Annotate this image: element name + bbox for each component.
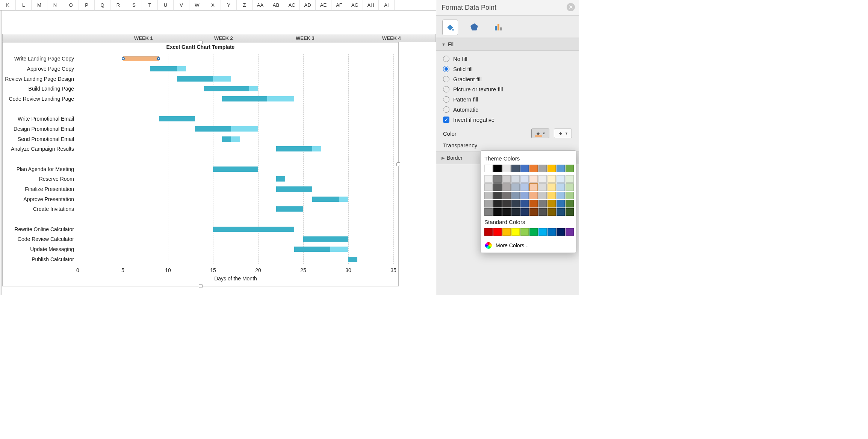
column-header[interactable]: R <box>110 0 126 10</box>
x-axis-title[interactable]: Days of the Month <box>78 276 393 282</box>
gantt-bar[interactable] <box>177 76 231 82</box>
color-swatch[interactable] <box>493 175 502 183</box>
color-swatch[interactable] <box>520 228 529 236</box>
task-label[interactable]: Create Invitations <box>3 206 74 212</box>
color-swatch[interactable] <box>547 192 556 199</box>
gradient-fill-option[interactable]: Gradient fill <box>443 74 572 84</box>
color-swatch[interactable] <box>529 200 538 207</box>
color-swatch[interactable] <box>566 183 574 191</box>
task-label[interactable]: Write Landing Page Copy <box>3 56 74 62</box>
color-swatch[interactable] <box>484 165 493 172</box>
column-header[interactable]: AC <box>284 0 300 10</box>
panel-close-button[interactable]: ✕ <box>567 3 575 11</box>
color-swatch[interactable] <box>529 192 538 199</box>
task-label[interactable]: Rewrite Online Calculator <box>3 226 74 232</box>
color-swatch[interactable] <box>566 228 574 236</box>
color-swatch[interactable] <box>556 228 565 236</box>
color-swatch[interactable] <box>547 208 556 216</box>
gantt-bar[interactable] <box>159 116 195 121</box>
color-swatch[interactable] <box>502 200 511 207</box>
column-header[interactable]: P <box>79 0 95 10</box>
task-label[interactable]: Build Landing Page <box>3 86 74 92</box>
column-header[interactable]: M <box>32 0 47 10</box>
column-header[interactable]: S <box>126 0 142 10</box>
color-swatch[interactable] <box>502 228 511 236</box>
color-swatch[interactable] <box>502 165 511 172</box>
fill-and-line-tab[interactable] <box>442 20 458 35</box>
color-swatch[interactable] <box>484 192 493 199</box>
color-swatch[interactable] <box>493 228 502 236</box>
task-label[interactable]: Approve Page Copy <box>3 66 74 72</box>
column-header[interactable]: AB <box>268 0 284 10</box>
color-swatch[interactable] <box>529 175 538 183</box>
gantt-bar[interactable] <box>195 126 258 132</box>
gantt-bar[interactable] <box>312 197 348 202</box>
column-header[interactable]: AG <box>347 0 363 10</box>
color-swatch[interactable] <box>520 183 529 191</box>
more-colors-button[interactable]: More Colors... <box>484 239 572 250</box>
chart-plot-area[interactable]: Days of the Month 05101520253035Write La… <box>78 54 393 264</box>
task-label[interactable]: Plan Agenda for Meeting <box>3 166 74 172</box>
color-swatch[interactable] <box>511 192 520 199</box>
color-swatch[interactable] <box>502 183 511 191</box>
chart-title[interactable]: Excel Gantt Chart Template <box>3 44 398 50</box>
gantt-bar[interactable] <box>276 146 321 151</box>
color-swatch[interactable] <box>556 183 565 191</box>
color-swatch[interactable] <box>511 175 520 183</box>
color-swatch[interactable] <box>538 165 547 172</box>
task-label[interactable]: Write Promotional Email <box>3 116 74 122</box>
color-swatch[interactable] <box>566 208 574 216</box>
task-label[interactable]: Publish Calculator <box>3 256 74 262</box>
color-swatch[interactable] <box>484 228 493 236</box>
color-swatch[interactable] <box>493 192 502 199</box>
selection-handle[interactable] <box>157 57 160 60</box>
color-swatch[interactable] <box>529 183 538 191</box>
color-swatch[interactable] <box>566 165 574 172</box>
color-swatch[interactable] <box>511 208 520 216</box>
task-label[interactable]: Update Messaging <box>3 246 74 252</box>
color-swatch[interactable] <box>520 165 529 172</box>
column-header[interactable]: Z <box>237 0 253 10</box>
gantt-bar[interactable] <box>276 186 312 192</box>
series-options-tab[interactable] <box>490 20 506 35</box>
gantt-bar[interactable] <box>276 176 285 182</box>
column-header[interactable]: L <box>16 0 32 10</box>
gantt-bar[interactable] <box>222 96 294 101</box>
color-swatch[interactable] <box>556 200 565 207</box>
pattern-fill-option[interactable]: Pattern fill <box>443 94 572 104</box>
color-swatch[interactable] <box>538 183 547 191</box>
gantt-bar[interactable] <box>348 257 357 262</box>
color-swatch[interactable] <box>520 175 529 183</box>
gantt-bar[interactable] <box>222 136 240 142</box>
color-swatch[interactable] <box>511 165 520 172</box>
column-header[interactable]: V <box>174 0 189 10</box>
color-swatch[interactable] <box>547 200 556 207</box>
column-header[interactable]: AD <box>300 0 316 10</box>
gantt-bar[interactable] <box>294 247 348 252</box>
gantt-bar[interactable] <box>204 86 258 91</box>
color-swatch[interactable] <box>502 192 511 199</box>
gantt-bar[interactable] <box>303 236 348 242</box>
color-swatch[interactable] <box>520 192 529 199</box>
color-swatch[interactable] <box>556 192 565 199</box>
column-header[interactable]: AI <box>379 0 395 10</box>
column-header[interactable]: U <box>158 0 174 10</box>
color-swatch[interactable] <box>547 228 556 236</box>
gantt-bar[interactable] <box>276 206 303 212</box>
task-label[interactable]: Review Landing Page Design <box>3 76 74 82</box>
color-swatch[interactable] <box>493 200 502 207</box>
color-swatch[interactable] <box>529 165 538 172</box>
task-label[interactable]: Code Review Calculator <box>3 236 74 242</box>
column-header[interactable]: T <box>142 0 158 10</box>
column-header[interactable]: AA <box>253 0 268 10</box>
column-header[interactable]: AE <box>316 0 331 10</box>
color-swatch[interactable] <box>529 208 538 216</box>
color-swatch[interactable] <box>566 175 574 183</box>
gantt-bar[interactable] <box>150 66 186 71</box>
no-fill-option[interactable]: No fill <box>443 54 572 64</box>
color-swatch[interactable] <box>547 183 556 191</box>
color-swatch[interactable] <box>566 192 574 199</box>
task-label[interactable]: Analyze Campaign Results <box>3 146 74 152</box>
color-swatch[interactable] <box>493 208 502 216</box>
task-label[interactable]: Code Review Landing Page <box>3 96 74 102</box>
